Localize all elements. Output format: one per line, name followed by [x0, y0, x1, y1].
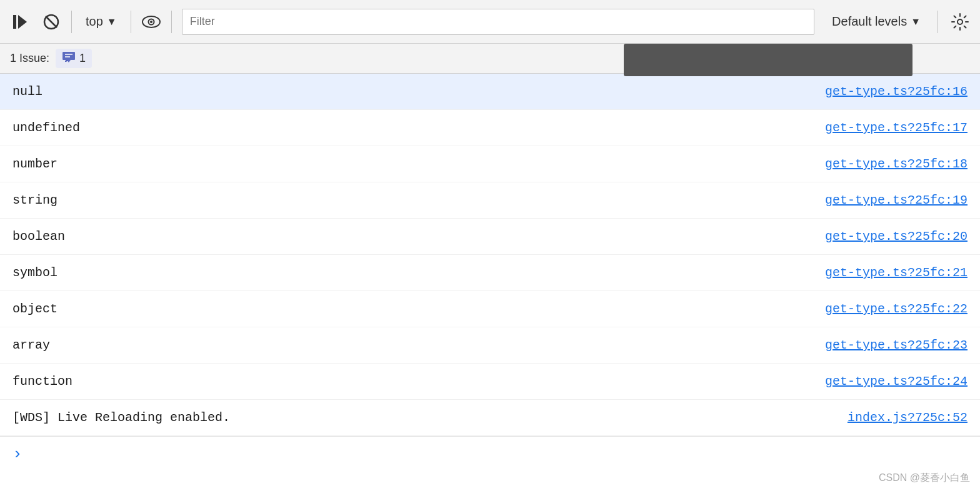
prompt-chevron[interactable]: › — [12, 445, 22, 464]
console-prompt[interactable]: › — [0, 436, 980, 471]
divider-2 — [131, 11, 131, 33]
issues-badge[interactable]: 1 — [56, 49, 92, 68]
console-row[interactable]: undefinedget-type.ts?25fc:17 — [0, 110, 980, 146]
console-row-value: null — [12, 84, 42, 99]
levels-dropdown-arrow: ▼ — [911, 16, 921, 27]
svg-point-6 — [150, 21, 152, 23]
console-row-value: string — [12, 193, 58, 207]
console-row-value: function — [12, 374, 72, 389]
console-content: nullget-type.ts?25fc:16undefinedget-type… — [0, 74, 980, 436]
svg-line-3 — [46, 16, 57, 27]
console-row[interactable]: [WDS] Live Reloading enabled.index.js?72… — [0, 400, 980, 436]
console-row-source[interactable]: get-type.ts?25fc:18 — [825, 157, 968, 171]
console-row[interactable]: arrayget-type.ts?25fc:23 — [0, 327, 980, 364]
console-toolbar: top ▼ Default levels ▼ — [0, 0, 980, 44]
issues-text: 1 Issue: — [10, 52, 49, 65]
console-row-source[interactable]: get-type.ts?25fc:21 — [825, 265, 968, 280]
console-row[interactable]: numberget-type.ts?25fc:18 — [0, 146, 980, 182]
console-row-source[interactable]: get-type.ts?25fc:20 — [825, 229, 968, 244]
levels-selector[interactable]: Default levels ▼ — [822, 11, 931, 32]
console-row[interactable]: nullget-type.ts?25fc:16 — [0, 74, 980, 110]
console-row-source[interactable]: get-type.ts?25fc:19 — [825, 193, 968, 207]
inspect-button[interactable] — [138, 8, 165, 36]
console-row-source[interactable]: index.js?725c:52 — [848, 410, 968, 425]
issues-bar: 1 Issue: 1 — [0, 44, 980, 74]
console-row-source[interactable]: get-type.ts?25fc:24 — [825, 374, 968, 389]
context-label: top — [86, 14, 103, 29]
console-row[interactable]: stringget-type.ts?25fc:19 — [0, 182, 980, 219]
console-row-value: array — [12, 338, 50, 352]
svg-point-7 — [958, 19, 962, 24]
divider-4 — [937, 11, 938, 33]
console-row[interactable]: symbolget-type.ts?25fc:21 — [0, 255, 980, 291]
console-row-source[interactable]: get-type.ts?25fc:22 — [825, 302, 968, 316]
console-row-value: symbol — [12, 265, 58, 280]
console-row-value: boolean — [12, 229, 65, 244]
run-button[interactable] — [6, 8, 34, 36]
console-row[interactable]: objectget-type.ts?25fc:22 — [0, 291, 980, 327]
issues-count: 1 — [79, 52, 86, 65]
console-row-source[interactable]: get-type.ts?25fc:23 — [825, 338, 968, 352]
svg-marker-1 — [18, 15, 27, 29]
svg-marker-12 — [67, 60, 71, 62]
divider-3 — [171, 11, 172, 33]
svg-rect-0 — [13, 15, 16, 29]
console-row-value: number — [12, 157, 58, 171]
issues-badge-icon — [62, 51, 76, 66]
issues-label: 1 Issue: 1 — [10, 49, 92, 68]
levels-label: Default levels — [832, 14, 907, 29]
tooltip-overlay — [624, 44, 912, 76]
svg-rect-9 — [62, 52, 75, 60]
context-dropdown-arrow: ▼ — [107, 16, 117, 27]
console-row-value: object — [12, 302, 58, 316]
divider-1 — [71, 11, 72, 33]
console-row-value: [WDS] Live Reloading enabled. — [12, 410, 230, 425]
settings-button[interactable] — [946, 8, 974, 36]
console-row[interactable]: booleanget-type.ts?25fc:20 — [0, 219, 980, 255]
block-button[interactable] — [38, 8, 65, 36]
filter-input[interactable] — [182, 9, 814, 35]
console-row-value: undefined — [12, 121, 80, 135]
context-selector[interactable]: top ▼ — [78, 11, 124, 32]
watermark: CSDN @菱香小白鱼 — [879, 472, 970, 485]
console-row-source[interactable]: get-type.ts?25fc:16 — [825, 84, 968, 99]
console-row[interactable]: functionget-type.ts?25fc:24 — [0, 364, 980, 400]
console-row-source[interactable]: get-type.ts?25fc:17 — [825, 121, 968, 135]
